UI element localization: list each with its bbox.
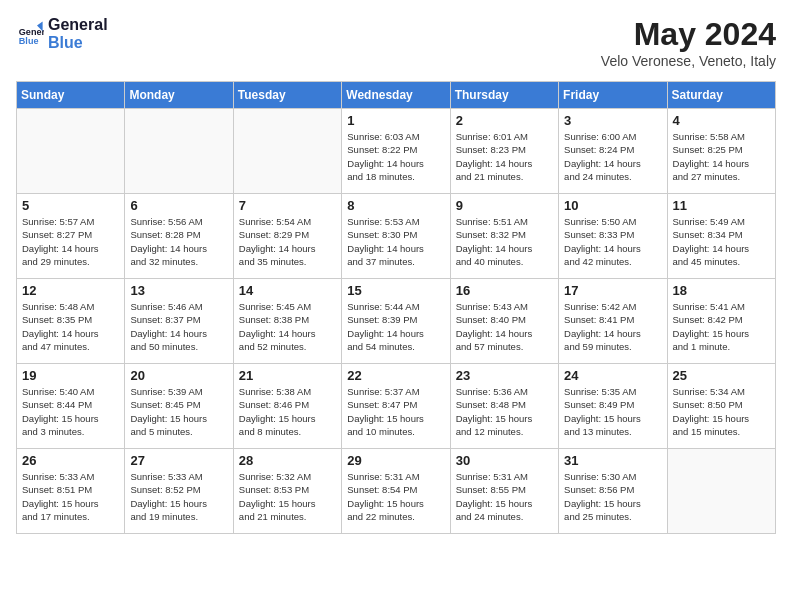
day-info: Sunrise: 5:58 AM Sunset: 8:25 PM Dayligh… — [673, 130, 770, 183]
calendar-cell: 25Sunrise: 5:34 AM Sunset: 8:50 PM Dayli… — [667, 364, 775, 449]
day-info: Sunrise: 5:38 AM Sunset: 8:46 PM Dayligh… — [239, 385, 336, 438]
day-info: Sunrise: 5:44 AM Sunset: 8:39 PM Dayligh… — [347, 300, 444, 353]
day-number: 15 — [347, 283, 444, 298]
column-header-sunday: Sunday — [17, 82, 125, 109]
day-number: 16 — [456, 283, 553, 298]
day-number: 4 — [673, 113, 770, 128]
logo-text-line2: Blue — [48, 34, 108, 52]
column-header-thursday: Thursday — [450, 82, 558, 109]
day-number: 21 — [239, 368, 336, 383]
day-number: 2 — [456, 113, 553, 128]
calendar-cell: 8Sunrise: 5:53 AM Sunset: 8:30 PM Daylig… — [342, 194, 450, 279]
calendar-week-row: 26Sunrise: 5:33 AM Sunset: 8:51 PM Dayli… — [17, 449, 776, 534]
day-info: Sunrise: 5:42 AM Sunset: 8:41 PM Dayligh… — [564, 300, 661, 353]
day-info: Sunrise: 5:45 AM Sunset: 8:38 PM Dayligh… — [239, 300, 336, 353]
title-block: May 2024 Velo Veronese, Veneto, Italy — [601, 16, 776, 69]
calendar-cell: 13Sunrise: 5:46 AM Sunset: 8:37 PM Dayli… — [125, 279, 233, 364]
day-number: 8 — [347, 198, 444, 213]
calendar-cell — [125, 109, 233, 194]
calendar-cell: 18Sunrise: 5:41 AM Sunset: 8:42 PM Dayli… — [667, 279, 775, 364]
calendar-cell — [233, 109, 341, 194]
day-info: Sunrise: 5:41 AM Sunset: 8:42 PM Dayligh… — [673, 300, 770, 353]
day-info: Sunrise: 5:39 AM Sunset: 8:45 PM Dayligh… — [130, 385, 227, 438]
logo: General Blue General Blue — [16, 16, 108, 51]
day-info: Sunrise: 6:01 AM Sunset: 8:23 PM Dayligh… — [456, 130, 553, 183]
calendar-cell: 15Sunrise: 5:44 AM Sunset: 8:39 PM Dayli… — [342, 279, 450, 364]
day-number: 12 — [22, 283, 119, 298]
month-title: May 2024 — [601, 16, 776, 53]
calendar-cell — [17, 109, 125, 194]
day-number: 25 — [673, 368, 770, 383]
day-info: Sunrise: 5:32 AM Sunset: 8:53 PM Dayligh… — [239, 470, 336, 523]
day-number: 31 — [564, 453, 661, 468]
day-info: Sunrise: 5:43 AM Sunset: 8:40 PM Dayligh… — [456, 300, 553, 353]
day-info: Sunrise: 5:35 AM Sunset: 8:49 PM Dayligh… — [564, 385, 661, 438]
day-info: Sunrise: 5:56 AM Sunset: 8:28 PM Dayligh… — [130, 215, 227, 268]
calendar-week-row: 12Sunrise: 5:48 AM Sunset: 8:35 PM Dayli… — [17, 279, 776, 364]
day-info: Sunrise: 5:31 AM Sunset: 8:54 PM Dayligh… — [347, 470, 444, 523]
calendar-cell: 2Sunrise: 6:01 AM Sunset: 8:23 PM Daylig… — [450, 109, 558, 194]
calendar-cell: 22Sunrise: 5:37 AM Sunset: 8:47 PM Dayli… — [342, 364, 450, 449]
day-number: 24 — [564, 368, 661, 383]
calendar-cell: 29Sunrise: 5:31 AM Sunset: 8:54 PM Dayli… — [342, 449, 450, 534]
calendar-cell: 4Sunrise: 5:58 AM Sunset: 8:25 PM Daylig… — [667, 109, 775, 194]
calendar-cell: 5Sunrise: 5:57 AM Sunset: 8:27 PM Daylig… — [17, 194, 125, 279]
day-number: 9 — [456, 198, 553, 213]
day-number: 29 — [347, 453, 444, 468]
day-number: 1 — [347, 113, 444, 128]
day-info: Sunrise: 5:33 AM Sunset: 8:52 PM Dayligh… — [130, 470, 227, 523]
day-info: Sunrise: 5:46 AM Sunset: 8:37 PM Dayligh… — [130, 300, 227, 353]
calendar-week-row: 1Sunrise: 6:03 AM Sunset: 8:22 PM Daylig… — [17, 109, 776, 194]
column-header-tuesday: Tuesday — [233, 82, 341, 109]
calendar-cell: 3Sunrise: 6:00 AM Sunset: 8:24 PM Daylig… — [559, 109, 667, 194]
day-info: Sunrise: 5:49 AM Sunset: 8:34 PM Dayligh… — [673, 215, 770, 268]
day-number: 26 — [22, 453, 119, 468]
day-info: Sunrise: 5:31 AM Sunset: 8:55 PM Dayligh… — [456, 470, 553, 523]
calendar-cell: 9Sunrise: 5:51 AM Sunset: 8:32 PM Daylig… — [450, 194, 558, 279]
day-info: Sunrise: 5:53 AM Sunset: 8:30 PM Dayligh… — [347, 215, 444, 268]
day-info: Sunrise: 5:51 AM Sunset: 8:32 PM Dayligh… — [456, 215, 553, 268]
day-number: 14 — [239, 283, 336, 298]
day-number: 18 — [673, 283, 770, 298]
column-header-saturday: Saturday — [667, 82, 775, 109]
calendar-cell: 28Sunrise: 5:32 AM Sunset: 8:53 PM Dayli… — [233, 449, 341, 534]
calendar-cell: 17Sunrise: 5:42 AM Sunset: 8:41 PM Dayli… — [559, 279, 667, 364]
calendar-cell: 11Sunrise: 5:49 AM Sunset: 8:34 PM Dayli… — [667, 194, 775, 279]
day-info: Sunrise: 5:48 AM Sunset: 8:35 PM Dayligh… — [22, 300, 119, 353]
calendar-cell: 16Sunrise: 5:43 AM Sunset: 8:40 PM Dayli… — [450, 279, 558, 364]
day-number: 3 — [564, 113, 661, 128]
day-info: Sunrise: 5:54 AM Sunset: 8:29 PM Dayligh… — [239, 215, 336, 268]
day-info: Sunrise: 5:36 AM Sunset: 8:48 PM Dayligh… — [456, 385, 553, 438]
page-header: General Blue General Blue May 2024 Velo … — [16, 16, 776, 69]
day-number: 30 — [456, 453, 553, 468]
day-number: 23 — [456, 368, 553, 383]
calendar-week-row: 19Sunrise: 5:40 AM Sunset: 8:44 PM Dayli… — [17, 364, 776, 449]
day-number: 20 — [130, 368, 227, 383]
calendar-cell: 26Sunrise: 5:33 AM Sunset: 8:51 PM Dayli… — [17, 449, 125, 534]
day-info: Sunrise: 5:50 AM Sunset: 8:33 PM Dayligh… — [564, 215, 661, 268]
day-number: 22 — [347, 368, 444, 383]
day-number: 11 — [673, 198, 770, 213]
calendar-table: SundayMondayTuesdayWednesdayThursdayFrid… — [16, 81, 776, 534]
calendar-cell: 12Sunrise: 5:48 AM Sunset: 8:35 PM Dayli… — [17, 279, 125, 364]
calendar-week-row: 5Sunrise: 5:57 AM Sunset: 8:27 PM Daylig… — [17, 194, 776, 279]
calendar-cell: 23Sunrise: 5:36 AM Sunset: 8:48 PM Dayli… — [450, 364, 558, 449]
day-info: Sunrise: 5:34 AM Sunset: 8:50 PM Dayligh… — [673, 385, 770, 438]
svg-text:Blue: Blue — [19, 35, 39, 45]
day-number: 13 — [130, 283, 227, 298]
calendar-header-row: SundayMondayTuesdayWednesdayThursdayFrid… — [17, 82, 776, 109]
calendar-cell: 1Sunrise: 6:03 AM Sunset: 8:22 PM Daylig… — [342, 109, 450, 194]
logo-icon: General Blue — [16, 20, 44, 48]
column-header-friday: Friday — [559, 82, 667, 109]
day-number: 27 — [130, 453, 227, 468]
day-number: 28 — [239, 453, 336, 468]
day-info: Sunrise: 5:33 AM Sunset: 8:51 PM Dayligh… — [22, 470, 119, 523]
calendar-cell: 24Sunrise: 5:35 AM Sunset: 8:49 PM Dayli… — [559, 364, 667, 449]
day-info: Sunrise: 5:57 AM Sunset: 8:27 PM Dayligh… — [22, 215, 119, 268]
calendar-cell: 14Sunrise: 5:45 AM Sunset: 8:38 PM Dayli… — [233, 279, 341, 364]
day-number: 7 — [239, 198, 336, 213]
day-number: 5 — [22, 198, 119, 213]
calendar-cell: 20Sunrise: 5:39 AM Sunset: 8:45 PM Dayli… — [125, 364, 233, 449]
day-number: 6 — [130, 198, 227, 213]
calendar-cell: 31Sunrise: 5:30 AM Sunset: 8:56 PM Dayli… — [559, 449, 667, 534]
